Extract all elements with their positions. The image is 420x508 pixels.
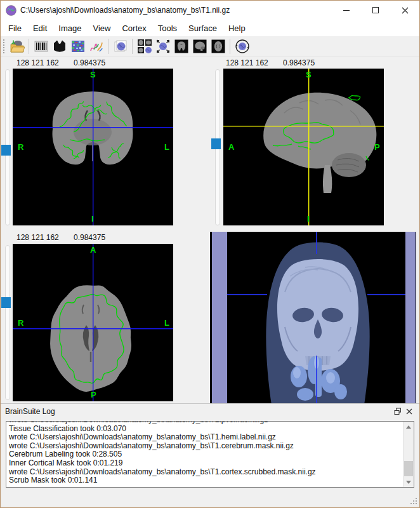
toolbar-drag-handle[interactable] xyxy=(3,39,6,54)
title-bar: C:\Users\ajoshi\Downloads\anatomy_bs\ana… xyxy=(1,1,419,20)
axial-slice-slider-track[interactable] xyxy=(5,245,10,400)
resize-grip[interactable] xyxy=(409,497,417,505)
mask-tool-icon xyxy=(52,39,67,54)
intensity-scale-button[interactable] xyxy=(32,37,50,56)
log-line: wrote C:\Users\ajoshi\Downloads\anatomy_… xyxy=(9,442,400,451)
close-icon xyxy=(402,7,409,14)
rotate-3d-button[interactable] xyxy=(233,37,251,56)
log-scrollbar[interactable] xyxy=(403,422,414,487)
toolbar-separator xyxy=(29,39,29,54)
log-lines: wrote C:\Users\ajoshi\Downloads\anatomy_… xyxy=(6,421,403,485)
surface-3d-rendering xyxy=(210,232,416,405)
mask-tool-button[interactable] xyxy=(50,37,69,56)
menu-view[interactable]: View xyxy=(88,21,117,36)
axial-view-panel[interactable]: A P R L xyxy=(13,244,173,401)
coronal-slice-image xyxy=(13,69,173,225)
cutplane-right xyxy=(405,232,416,405)
log-panel: BrainSuite Log wrote C:\Users\ajoshi\Dow… xyxy=(1,403,419,507)
coronal-label-inferior: I xyxy=(91,214,94,224)
axial-label-anterior: A xyxy=(90,245,96,255)
menu-edit[interactable]: Edit xyxy=(27,21,53,36)
fit-views-icon xyxy=(155,39,171,54)
scroll-down-icon xyxy=(406,481,411,484)
axial-voxel-coords: 128 121 162 xyxy=(16,233,59,242)
axial-slice-slider-handle[interactable] xyxy=(1,297,11,308)
axial-view-icon xyxy=(211,39,226,54)
sagittal-slice-slider-handle[interactable] xyxy=(211,138,221,149)
log-line: Tissue Classification took 0:03.070 xyxy=(9,425,400,434)
float-panel-icon xyxy=(394,408,402,415)
coronal-label-left: L xyxy=(164,142,169,152)
coronal-view-button[interactable] xyxy=(172,37,190,56)
coronal-voxel-coords: 128 121 162 xyxy=(16,58,59,67)
label-overlay-button[interactable] xyxy=(69,37,87,56)
app-brain-icon xyxy=(6,5,16,16)
close-icon xyxy=(406,408,412,415)
surface-display-button[interactable] xyxy=(111,37,129,56)
menu-file[interactable]: File xyxy=(3,21,27,36)
maximize-button[interactable] xyxy=(361,1,390,20)
sagittal-view-icon xyxy=(192,39,207,54)
ortho-views-button[interactable] xyxy=(135,37,154,56)
axial-crosshair-horizontal xyxy=(13,328,173,329)
surface-3d-panel[interactable] xyxy=(210,232,416,405)
log-close-button[interactable] xyxy=(404,406,415,417)
axial-label-left: L xyxy=(164,318,169,328)
sagittal-label-posterior: P xyxy=(374,142,380,152)
toolbar-separator xyxy=(132,39,133,54)
sagittal-voxel-coords: 128 121 162 xyxy=(226,58,268,67)
close-button[interactable] xyxy=(390,1,419,20)
menu-bar: File Edit Image View Cortex Tools Surfac… xyxy=(1,20,419,36)
open-volume-icon xyxy=(10,39,25,54)
menu-tools[interactable]: Tools xyxy=(152,21,183,36)
viewport: 128 121 162 0.984375 128 121 162 0.98437… xyxy=(1,57,419,405)
coronal-label-right: R xyxy=(18,142,23,152)
coronal-voxel-value: 0.984375 xyxy=(74,58,105,67)
maximize-icon xyxy=(372,7,379,13)
open-volume-button[interactable] xyxy=(8,37,26,56)
sagittal-label-inferior: I xyxy=(307,214,310,224)
brainsuite-window: C:\Users\ajoshi\Downloads\anatomy_bs\ana… xyxy=(0,0,420,508)
axial-slice-image xyxy=(13,244,173,401)
axial-view-button[interactable] xyxy=(209,37,227,56)
menu-cortex[interactable]: Cortex xyxy=(116,21,152,36)
window-controls xyxy=(332,1,419,20)
sagittal-slice-image xyxy=(223,69,384,225)
log-line: wrote C:\Users\ajoshi\Downloads\anatomy_… xyxy=(9,433,400,442)
intensity-scale-icon xyxy=(34,39,49,54)
sagittal-view-panel[interactable]: S I A P xyxy=(223,69,384,225)
cutplane-left xyxy=(212,232,227,405)
coronal-view-icon xyxy=(174,39,189,54)
curve-tool-button[interactable] xyxy=(87,37,105,56)
scrollbar-thumb[interactable] xyxy=(404,461,413,476)
ortho-views-icon xyxy=(137,39,152,54)
fit-views-button[interactable] xyxy=(154,37,172,56)
log-text-area[interactable]: wrote C:\Users\ajoshi\Downloads\anatomy_… xyxy=(6,421,414,488)
curve-tool-icon xyxy=(89,39,104,54)
toolbar-separator xyxy=(230,39,230,54)
menu-image[interactable]: Image xyxy=(53,21,87,36)
log-line: wrote C:\Users\ajoshi\Downloads\anatomy_… xyxy=(9,468,400,477)
minimize-button[interactable] xyxy=(332,1,361,20)
label-overlay-icon xyxy=(70,39,86,54)
log-line: Inner Cortical Mask took 0:01.219 xyxy=(9,459,400,468)
coronal-slice-slider-handle[interactable] xyxy=(1,145,11,156)
axial-label-posterior: P xyxy=(91,390,96,399)
toolbar xyxy=(1,36,419,57)
sagittal-view-button[interactable] xyxy=(190,37,209,56)
log-panel-header: BrainSuite Log xyxy=(1,404,419,419)
axial-voxel-value: 0.984375 xyxy=(74,233,105,242)
menu-surface[interactable]: Surface xyxy=(183,21,223,36)
toolbar-separator xyxy=(108,39,108,54)
log-panel-title: BrainSuite Log xyxy=(5,407,55,416)
log-line: Scrub Mask took 0:01.141 xyxy=(9,476,400,485)
log-float-button[interactable] xyxy=(392,406,404,417)
scrollbar-down-button[interactable] xyxy=(404,477,414,487)
rotate-3d-icon xyxy=(235,39,250,54)
scrollbar-up-button[interactable] xyxy=(404,422,414,432)
menu-help[interactable]: Help xyxy=(223,21,251,36)
sagittal-label-superior: S xyxy=(306,70,312,79)
log-line: Cerebrum Labeling took 0:28.505 xyxy=(9,450,400,459)
axial-crosshair-vertical xyxy=(93,244,93,401)
coronal-view-panel[interactable]: S I R L xyxy=(13,69,173,225)
